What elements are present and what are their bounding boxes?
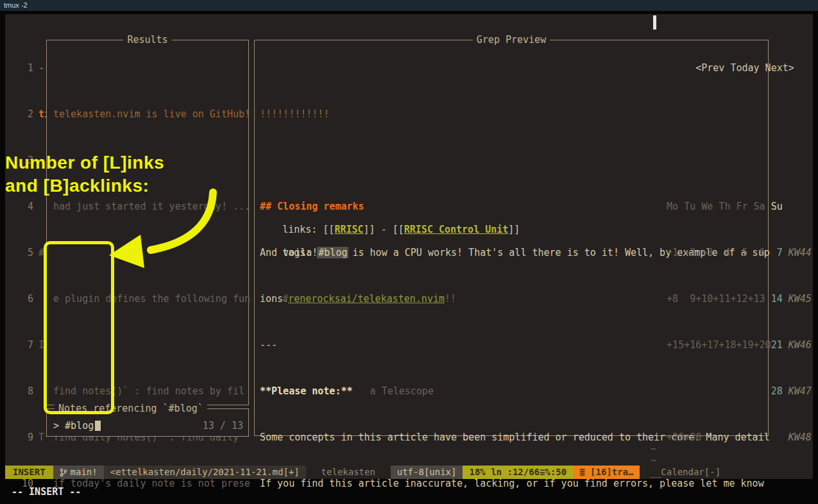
calendar-sunday: 28 — [771, 385, 783, 397]
calendar-days — [649, 385, 771, 397]
calendar-row[interactable]: 28KW47 — [649, 385, 816, 397]
calendar-days: Mo Tu We Th Fr Sa — [649, 201, 771, 212]
calendar-row[interactable]: +8 9+10+11+12+13 14KW45 — [649, 293, 816, 305]
filename-segment: <ettelkasten/daily/2021-11-21.md[+] — [104, 466, 306, 479]
calendar-row[interactable]: <Prev Today Next> — [649, 62, 816, 74]
git-branch-icon — [60, 468, 67, 477]
text-cursor — [95, 421, 101, 431]
calendar-sunday: Su — [771, 201, 783, 212]
tags-line: tags: #blog — [259, 235, 348, 270]
result-entry-text: telekasten.nvim is live on GitHub! — [53, 108, 250, 120]
calendar-row[interactable] — [649, 155, 816, 166]
result-entry-text: if today's daily note is not prese — [53, 478, 250, 489]
screen: tmux -2 1--- 2title: Sunday, November 21… — [0, 0, 818, 504]
preview-window-title: Grep Preview — [473, 34, 550, 46]
line-number: 6 — [5, 293, 33, 305]
repo-suffix: !! — [445, 293, 456, 305]
links-separator: ]] - [[ — [364, 224, 404, 235]
result-row[interactable]: telekasten.nvim is live on GitHub! — [53, 108, 246, 120]
encoding-segment: utf-8[unix] — [391, 466, 463, 479]
position-segment: 18% ln :12/66≡%:50 — [463, 466, 573, 479]
calendar-panel: <Prev Today Next> Mo Tu We Th Fr Sa Su +… — [649, 16, 816, 504]
calendar-days: +8 9+10+11+12+13 — [649, 293, 771, 305]
search-input[interactable]: > #blog — [53, 420, 94, 432]
tmux-titlebar: tmux -2 — [0, 0, 818, 11]
calendar-sunday — [771, 432, 783, 443]
calendar-buffer-label: __Calendar[-] — [640, 466, 813, 479]
links-label: links: [[ — [282, 224, 334, 235]
preview-text: **Please note:** — [260, 385, 353, 397]
line-number: 2 — [5, 108, 33, 120]
wiki-link-rrisc-control-unit[interactable]: RRISC Control Unit — [404, 224, 509, 235]
calendar-days: +1 +2 +3 4 5 6 — [649, 247, 771, 258]
preview-bleed-text: a Telescope — [353, 385, 434, 397]
calendar-row[interactable] — [649, 478, 816, 489]
line-number: 4 — [5, 201, 33, 212]
calendar-sunday: 7 — [771, 247, 783, 258]
result-row[interactable]: if today's daily note is not prese — [53, 478, 246, 489]
calendar-week-number: KW45 — [788, 293, 812, 305]
calendar-days: +29+30 — [649, 432, 771, 443]
preview-text: ## Closing remarks — [260, 201, 364, 212]
calendar-week-number: KW47 — [788, 385, 812, 397]
preview-text: !!!!!!!!!!!! — [260, 108, 329, 120]
line-number: 7 — [5, 339, 33, 351]
repo-link[interactable]: renerocksai/telekasten.nvim — [288, 293, 445, 305]
calendar-days: +15+16+17+18+19+20 — [649, 339, 771, 351]
calendar-days: <Prev Today Next> — [649, 62, 794, 74]
calendar-row[interactable] — [649, 108, 816, 120]
repo-prefix: # — [282, 293, 288, 305]
calendar-sunday: 21 — [771, 339, 783, 351]
empty-line-tilde: ~ — [651, 443, 656, 455]
calendar-row[interactable]: +29+30 KW48 — [649, 432, 816, 443]
statusline: INSERT main! <ettelkasten/daily/2021-11-… — [5, 466, 813, 479]
empty-line-tilde: ~ — [651, 455, 656, 466]
repo-line: #renerocksai/telekasten.nvim!! — [259, 281, 456, 316]
results-window-title: Results — [123, 34, 171, 46]
annotation-text-line1: Number of [L]inks — [5, 153, 164, 173]
git-branch-segment: main! — [53, 466, 104, 479]
branch-name: main! — [71, 466, 98, 479]
scrollbar-thumb[interactable] — [653, 15, 656, 29]
calendar-row[interactable]: +15+16+17+18+19+2021KW46 — [649, 339, 816, 351]
calendar-week-number: KW48 — [788, 432, 812, 443]
links-close: ]] — [508, 224, 520, 235]
calendar-week-number: KW44 — [788, 247, 812, 258]
calendar-week-number: KW46 — [788, 339, 812, 351]
tag-chip[interactable]: #blog — [317, 247, 348, 258]
calendar-sunday: 14 — [771, 293, 783, 305]
calendar-row[interactable]: Mo Tu We Th Fr Sa Su — [649, 201, 816, 212]
line-number: 5 — [5, 247, 33, 258]
preview-text: --- — [260, 339, 277, 351]
tmux-title: tmux -2 — [4, 1, 28, 9]
buffer-text-fragment: T — [38, 432, 44, 443]
annotation-arrow — [96, 180, 237, 282]
mode-indicator: INSERT — [5, 466, 53, 479]
command-line-mode: -- INSERT -- — [12, 486, 81, 498]
match-count: 13 / 13 — [203, 420, 243, 432]
line-number: 9 — [5, 432, 33, 443]
wiki-link-rrisc[interactable]: RRISC — [334, 224, 363, 235]
calendar-row[interactable]: +1 +2 +3 4 5 6 7KW44 — [649, 247, 816, 258]
buffer-indicator-segment: ≣ [16]tra… — [573, 466, 640, 479]
line-number: 1 — [5, 62, 33, 74]
line-number: 8 — [5, 385, 33, 397]
tags-label: tags: — [282, 247, 317, 258]
filetype-segment: telekasten — [306, 466, 391, 479]
